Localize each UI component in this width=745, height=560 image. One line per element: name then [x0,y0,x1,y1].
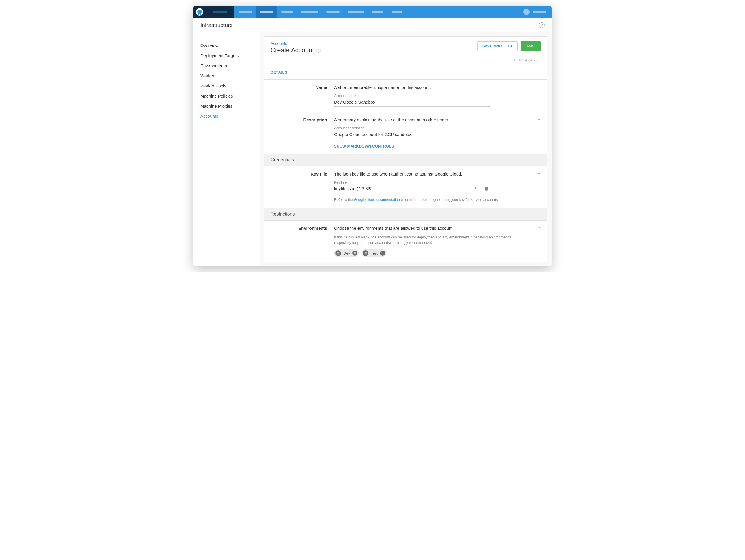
tabs: DETAILS [264,67,547,80]
collapse-environments-icon[interactable]: ⌃ [538,226,541,231]
desc-keyfile: The json key file to use when authentica… [334,171,519,176]
chip-dev[interactable]: Dev ✕ [334,250,359,257]
label-keyfile: Key File [270,171,334,203]
collapse-description-icon[interactable]: ⌃ [538,118,541,122]
chip-remove-dev[interactable]: ✕ [352,251,357,256]
nav-item-7[interactable] [368,6,388,18]
environment-icon [335,250,341,256]
environment-icon [363,250,368,256]
chip-remove-test[interactable]: ✕ [380,251,385,256]
input-label-description: Account description [334,126,519,130]
sidebar-item-machine-policies[interactable]: Machine Policies [193,91,260,101]
nav-item-6[interactable] [344,6,368,18]
environment-chips: Dev ✕ Test ✕ [334,250,519,257]
panel-title-text: Create Account [270,46,314,54]
main-area: Overview Deployment Targets Environments… [193,32,552,266]
logo[interactable] [193,6,205,18]
hint-environments: If this field is left blank, the account… [334,235,519,245]
nav-item-4[interactable] [297,6,322,18]
title-help-icon[interactable]: ? [316,48,321,53]
user-avatar[interactable] [523,9,529,15]
sidebar-item-machine-proxies[interactable]: Machine Proxies [193,101,260,111]
svg-rect-2 [337,254,339,254]
label-name: Name [270,85,334,106]
save-button[interactable]: SAVE [521,41,541,51]
svg-rect-1 [337,253,339,254]
row-description: Description A summary explaining the use… [264,112,547,154]
delete-icon[interactable] [483,185,490,193]
nav-item-8[interactable] [388,6,406,18]
help-icon[interactable]: ? [539,22,545,28]
chip-label-test: Test [370,251,378,256]
upload-icon[interactable] [472,185,479,193]
show-markdown-controls-link[interactable]: SHOW MARKDOWN CONTROLS [334,144,394,149]
label-environments: Environments [270,226,334,257]
top-navbar [193,6,552,18]
sidebar-item-overview[interactable]: Overview [193,40,260,51]
section-restrictions: Restrictions [264,208,547,221]
desc-description: A summary explaining the use of the acco… [334,117,519,122]
label-description: Description [270,117,334,149]
hint-keyfile: Refer to the Google cloud documentation … [334,197,519,203]
section-credentials: Credentials [264,154,547,166]
row-name: Name A short, memorable, unique name for… [264,80,547,112]
keyfile-input[interactable] [334,185,468,193]
sidebar-item-deployment-targets[interactable]: Deployment Targets [193,51,260,61]
app-window: Infrastructure ? Overview Deployment Tar… [193,6,552,266]
sidebar-item-accounts[interactable]: Accounts [193,111,260,121]
breadcrumb-accounts[interactable]: Accounts [270,41,287,46]
collapse-keyfile-icon[interactable]: ⌃ [538,172,541,177]
google-cloud-doc-link[interactable]: Google cloud documentation ⧉ [354,198,403,202]
svg-rect-0 [337,252,339,253]
panel: Accounts Create Account ? SAVE AND TEST … [264,36,548,262]
content: Accounts Create Account ? SAVE AND TEST … [260,32,552,266]
chip-test[interactable]: Test ✕ [361,250,386,257]
chip-label-dev: Dev [343,251,351,256]
nav-item-5[interactable] [322,6,344,18]
row-environments: Environments Choose the environments tha… [264,221,547,262]
nav-item-2-active[interactable] [256,6,277,18]
sidebar-item-environments[interactable]: Environments [193,61,260,71]
page-title: Infrastructure [200,22,233,28]
panel-header: Accounts Create Account ? SAVE AND TEST … [264,37,547,54]
collapse-all-link[interactable]: COLLAPSE ALL [264,54,547,64]
account-name-input[interactable] [334,98,490,106]
tab-details[interactable]: DETAILS [270,67,287,79]
input-label-keyfile: Key File [334,180,468,185]
nav-item-1[interactable] [234,6,256,18]
input-label-name: Account name [334,94,519,98]
save-and-test-button[interactable]: SAVE AND TEST [477,41,518,51]
desc-environments: Choose the environments that are allowed… [334,226,519,231]
svg-rect-5 [364,254,366,254]
panel-title: Create Account ? [270,46,321,54]
sidebar-item-worker-pools[interactable]: Worker Pools [193,81,260,91]
nav-segment-dark[interactable] [205,6,234,18]
svg-rect-4 [364,253,366,254]
desc-name: A short, memorable, unique name for this… [334,85,519,90]
page-titlebar: Infrastructure ? [193,18,552,32]
sidebar: Overview Deployment Targets Environments… [193,32,260,266]
row-keyfile: Key File The json key file to use when a… [264,166,547,208]
nav-right-item[interactable] [533,11,546,13]
nav-item-3[interactable] [277,6,297,18]
svg-rect-3 [364,252,366,253]
account-description-input[interactable] [334,131,490,139]
sidebar-item-workers[interactable]: Workers [193,71,260,81]
collapse-name-icon[interactable]: ⌃ [538,86,541,90]
